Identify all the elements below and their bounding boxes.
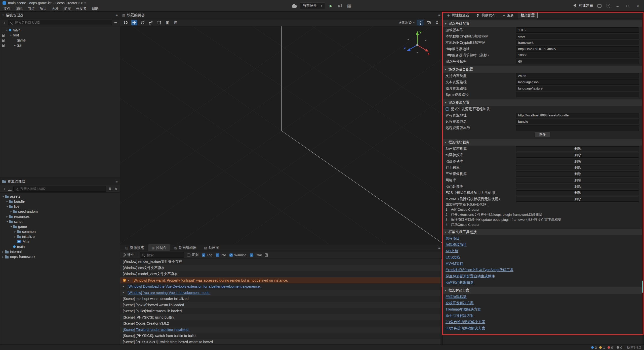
rotate-tool-icon[interactable] [140,20,146,25]
doc-link[interactable]: Excel格式转Json文件与TypeScript代码工具 [446,268,513,272]
tree-row-gui[interactable]: ▸gui [0,43,120,48]
console-filter[interactable]: ✓Error [250,253,262,257]
delete-button[interactable]: 删除 [516,146,639,151]
doc-link[interactable]: 教程项目 [446,236,460,241]
delete-button[interactable]: 删除 [516,184,639,189]
status-warning-count[interactable]: 1 [599,346,605,349]
panel-menu-icon[interactable]: ≡ [438,13,440,17]
tree-row-resources[interactable]: ▸resources [0,214,120,219]
status-error-count[interactable]: 0 [608,346,613,349]
close-button[interactable]: × [635,4,640,8]
tree-row-common[interactable]: ▸common [0,229,120,234]
field-input[interactable] [516,92,639,97]
tree-row-initialize[interactable]: ▸initialize [0,234,120,239]
doc-link[interactable]: 新手引导解决方案 [446,314,474,318]
assets-search-input[interactable] [20,187,104,191]
checkbox-icon[interactable] [446,107,449,111]
field-input[interactable] [516,113,639,118]
mode-3d-button[interactable]: 3D [123,21,129,24]
tree-row-main[interactable]: main [0,244,120,249]
log-row[interactable]: [Scene] [PHYSICS]: using builtin. [120,314,442,321]
tree-right-arrow-icon[interactable]: ▸ [1,255,5,258]
maximize-button[interactable]: □ [625,4,630,8]
checkbox-icon[interactable]: ✓ [229,253,233,257]
tree-row-seedrandom[interactable]: ▸seedrandom [0,209,120,214]
delete-button[interactable]: 删除 [516,190,639,195]
doc-link[interactable]: MVVM文档 [446,261,463,266]
doc-link[interactable]: Tiledmap地图解决方案 [446,307,481,312]
field-input[interactable] [516,125,639,130]
field-input[interactable] [516,40,639,45]
panel-menu-icon[interactable]: ≡ [115,179,118,184]
doc-link[interactable]: 游戏模板项目 [446,243,467,247]
tab-hierarchy[interactable]: ≡ 层级管理器 [2,13,24,18]
build-publish-button[interactable]: 构建发布 [573,4,593,8]
status-info-count[interactable]: 3 [591,346,597,349]
log-row[interactable]: [Window] model_view文件夹不存在 [120,271,442,277]
console-tab-0[interactable]: ▤资源预览 [122,244,147,251]
inspector-tab-3[interactable]: 框架配置 [518,12,538,18]
inspector-tab-0[interactable]: ◈属性检查器 [445,12,472,18]
export-log-icon[interactable] [265,253,268,257]
field-input[interactable] [516,27,639,33]
menu-item[interactable]: 文件 [1,7,13,11]
sort-icon[interactable]: ⇅ [108,187,112,191]
panel-menu-icon[interactable]: ≡ [115,13,118,17]
tree-row-oops-framework[interactable]: ▸oops-framework [0,254,120,259]
log-row[interactable]: [Scene] meshopt wasm decoder initialized [120,296,442,302]
layout-icon[interactable] [597,4,601,8]
expand-arrow-icon[interactable]: ▸ [128,279,131,282]
import-icon[interactable]: ↓ [8,187,12,191]
tree-row-assets[interactable]: ▾assets [0,194,120,199]
inspector-tab-1[interactable]: 构建发布 [473,12,498,18]
doc-link[interactable]: API文档 [446,249,458,253]
scene-settings-button[interactable]: ⚙ [434,20,440,25]
field-input[interactable] [516,46,639,52]
tree-row-game[interactable]: ▾game [0,224,120,229]
minimize-button[interactable]: – [615,4,620,8]
field-input[interactable] [516,59,639,64]
checkbox-icon[interactable]: ✓ [216,253,219,257]
tab-assets[interactable]: 资源管理器 [2,179,25,184]
section-header[interactable]: ▾游戏资源配置 [443,99,642,106]
console-tab-2[interactable]: ▧动画编辑器 [171,244,199,251]
tree-down-arrow-icon[interactable]: ▾ [1,195,5,198]
grid-icon[interactable]: ▦ [346,3,352,9]
tree-row-main[interactable]: ▾main [0,28,120,33]
tab-scene-editor[interactable]: ▦ 场景编辑器 [122,13,145,18]
field-input[interactable] [516,86,639,91]
tree-row-root[interactable]: ▾root [0,33,120,38]
tree-right-arrow-icon[interactable]: ▸ [5,215,9,218]
checkbox-icon[interactable] [187,253,190,257]
field-input[interactable] [516,34,639,39]
log-row[interactable]: [Scene] [box2d]:box2d wasm lib loaded. [120,302,442,308]
menu-item[interactable]: 项目 [37,7,49,11]
doc-link[interactable]: 动画状态机编辑器 [446,280,474,285]
log-row[interactable]: [Scene] [bullet]:bullet wasm lib loaded. [120,308,442,314]
menu-item[interactable]: 面板 [49,7,61,11]
section-header[interactable]: ▾框架解决方案 [443,287,642,294]
tree-down-arrow-icon[interactable]: ▾ [9,225,13,228]
menu-item[interactable]: 帮助 [89,7,101,11]
delete-button[interactable]: 删除 [516,153,639,158]
tree-row-internal[interactable]: ▸internal [0,249,120,254]
tree-row-script[interactable]: ▾script [0,219,120,224]
refresh-icon[interactable]: ↻ [114,187,118,191]
lock-icon[interactable] [1,43,5,47]
menu-item[interactable]: 开发者 [73,7,89,11]
scene-camera-button[interactable] [426,20,432,25]
move-tool-icon[interactable] [131,20,137,25]
console-tab-1[interactable]: ▥控制台 [148,244,170,251]
lock-icon[interactable] [1,38,5,42]
tree-down-arrow-icon[interactable]: ▾ [5,205,9,208]
console-filter[interactable]: ✓Log [202,253,212,257]
add-asset-button[interactable]: + [2,187,6,191]
field-input[interactable] [516,53,639,58]
gizmo-space-icon[interactable]: ▣ [165,20,171,25]
lock-icon[interactable] [1,33,5,37]
render-mode-dropdown[interactable]: 正常渲染 ▾ [398,20,415,25]
log-row[interactable]: [Scene] [PHYSICS2D]: switch from box2d-w… [120,339,442,345]
add-node-button[interactable]: + [2,21,6,25]
inspector-scrollbar[interactable] [642,19,644,344]
console-tab-3[interactable]: ▨动画图 [201,244,222,251]
